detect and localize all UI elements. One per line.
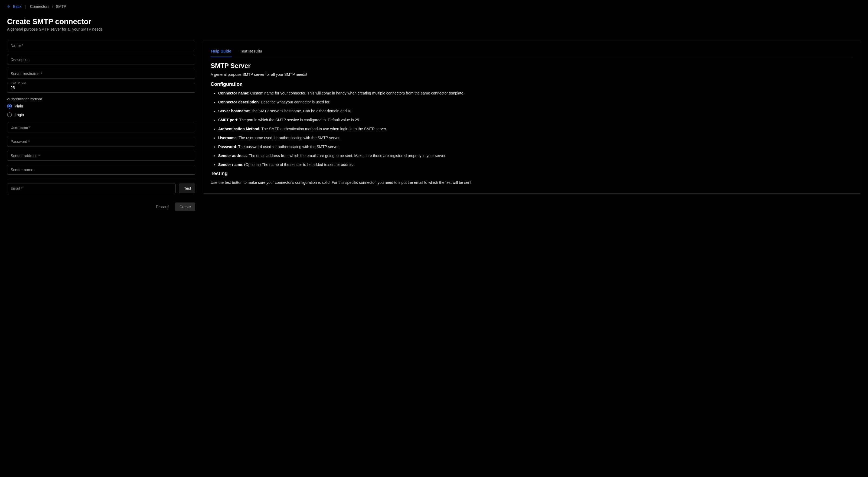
help-item-desc: : The password used for authenticating w… <box>236 145 340 149</box>
help-item: Connector name: Custom name for your con… <box>218 90 853 96</box>
help-item-desc: : The username used for authenticating w… <box>237 136 341 140</box>
nav-divider: | <box>25 4 26 9</box>
radio-checked-icon <box>7 104 12 108</box>
tab-test-results[interactable]: Test Results <box>239 46 262 57</box>
tab-help-guide[interactable]: Help Guide <box>211 46 232 57</box>
auth-plain-radio[interactable]: Plain <box>7 104 195 108</box>
help-item-term: Sender name <box>218 162 242 167</box>
sender-name-field-container: Sender name <box>7 165 195 174</box>
breadcrumb: Connectors / SMTP <box>30 4 66 9</box>
password-input[interactable] <box>7 137 195 146</box>
help-item: Password: The password used for authenti… <box>218 144 853 150</box>
back-button[interactable]: Back <box>7 4 21 9</box>
back-label: Back <box>13 4 21 9</box>
test-button[interactable]: Test <box>179 184 195 193</box>
help-item-term: Sender address <box>218 154 247 158</box>
help-testing-body: Use the test button to make sure your co… <box>211 180 853 186</box>
test-email-input[interactable] <box>7 184 176 193</box>
help-item-desc: : The email address from which the email… <box>247 154 446 158</box>
port-field-container: SMTP port <box>7 83 195 93</box>
username-input[interactable] <box>7 123 195 132</box>
help-item: Server hostname: The SMTP server's hostn… <box>218 108 853 114</box>
username-field-container: Username * <box>7 123 195 132</box>
port-input[interactable] <box>7 83 195 92</box>
help-item: Sender address: The email address from w… <box>218 153 853 159</box>
help-item: Username: The username used for authenti… <box>218 135 853 141</box>
breadcrumb-connectors[interactable]: Connectors <box>30 4 50 9</box>
auth-method-group-label: Authentication method <box>7 97 195 101</box>
name-field-container: Name * <box>7 41 195 50</box>
sender-address-input[interactable] <box>7 151 195 160</box>
sender-address-field-container: Sender address * <box>7 151 195 161</box>
help-item: Sender name: (Optional) The name of the … <box>218 162 853 167</box>
help-testing-heading: Testing <box>211 171 853 177</box>
auth-login-label: Login <box>14 113 24 117</box>
help-item-desc: : Custom name for your connector. This w… <box>248 91 464 95</box>
help-item-desc: : Describe what your connector is used f… <box>258 100 330 104</box>
name-input[interactable] <box>7 41 195 50</box>
help-item: Connector description: Describe what you… <box>218 99 853 105</box>
help-title: SMTP Server <box>211 62 853 70</box>
help-item-desc: : (Optional) The name of the sender to b… <box>242 162 355 167</box>
description-field-container: Description <box>7 55 195 64</box>
test-email-field-container: Email * <box>7 184 176 193</box>
hostname-input[interactable] <box>7 69 195 78</box>
help-item: Authentication Method: The SMTP authenti… <box>218 126 853 132</box>
breadcrumb-current: SMTP <box>56 4 66 9</box>
page-subtitle: A general purpose SMTP server for all yo… <box>7 27 861 31</box>
auth-login-radio[interactable]: Login <box>7 113 195 117</box>
help-item-desc: : The SMTP authentication method to use … <box>259 127 387 131</box>
help-item-term: Server hostname <box>218 109 249 113</box>
description-input[interactable] <box>7 55 195 64</box>
help-config-heading: Configuration <box>211 82 853 87</box>
page-title: Create SMTP connector <box>7 17 861 26</box>
help-item-term: Username <box>218 136 237 140</box>
help-item-term: Password <box>218 145 236 149</box>
help-lead: A general purpose SMTP server for all yo… <box>211 72 853 76</box>
help-item: SMPT port: The port in which the SMTP se… <box>218 117 853 123</box>
help-item-term: SMPT port <box>218 118 237 122</box>
create-button[interactable]: Create <box>175 202 195 211</box>
sender-name-input[interactable] <box>7 165 195 174</box>
password-field-container: Password * <box>7 137 195 147</box>
arrow-left-icon <box>7 5 11 8</box>
help-item-desc: : The port in which the SMTP service is … <box>237 118 360 122</box>
help-item-desc: : The SMTP server's hostname. Can be eit… <box>249 109 352 113</box>
help-item-term: Authentication Method <box>218 127 259 131</box>
breadcrumb-separator: / <box>52 4 53 9</box>
form-divider <box>7 179 195 179</box>
hostname-field-container: Server hostname * <box>7 69 195 78</box>
radio-unchecked-icon <box>7 113 12 117</box>
discard-button[interactable]: Discard <box>153 202 172 211</box>
auth-plain-label: Plain <box>14 104 23 108</box>
help-item-term: Connector name <box>218 91 248 95</box>
help-config-list: Connector name: Custom name for your con… <box>211 90 853 167</box>
help-item-term: Connector description <box>218 100 258 104</box>
